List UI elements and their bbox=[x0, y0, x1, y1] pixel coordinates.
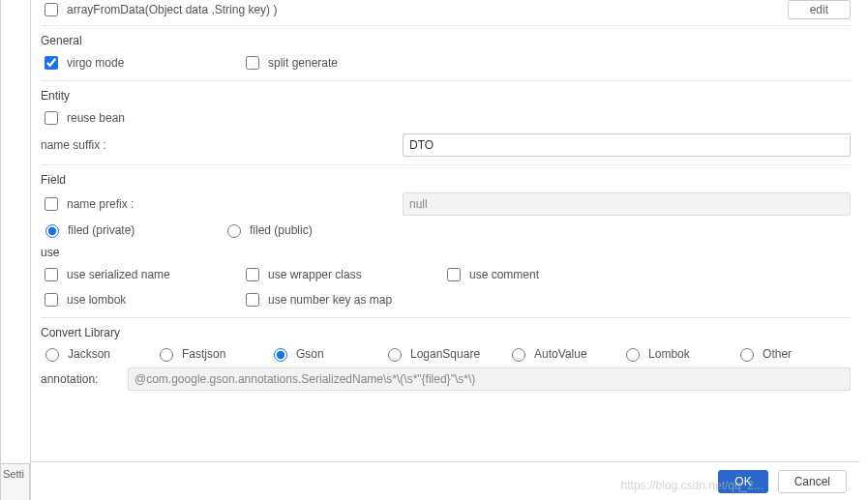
lib-lombok-input[interactable] bbox=[626, 348, 640, 362]
use-lombok-checkbox[interactable]: use lombok bbox=[41, 290, 186, 309]
lib-logansquare-input[interactable] bbox=[388, 348, 402, 362]
field-visibility-row: filed (private) filed (public) bbox=[41, 221, 851, 238]
use-serialized-input[interactable] bbox=[45, 268, 58, 281]
split-generate-checkbox[interactable]: split generate bbox=[242, 53, 387, 73]
library-row: Jackson Fastjson Gson LoganSquare bbox=[41, 345, 851, 362]
entity-section: Entity reuse bean name suffix : bbox=[41, 89, 851, 157]
lib-gson-input[interactable] bbox=[274, 348, 287, 362]
field-private-radio[interactable]: filed (private) bbox=[41, 221, 166, 238]
field-title: Field bbox=[41, 173, 851, 187]
name-prefix-checkbox[interactable]: name prefix : bbox=[41, 194, 134, 214]
lib-autovalue-radio[interactable]: AutoValue bbox=[507, 345, 594, 362]
separator-1 bbox=[41, 80, 851, 81]
name-prefix-line: name prefix : bbox=[41, 192, 851, 216]
name-suffix-input[interactable] bbox=[403, 133, 851, 157]
name-suffix-line: name suffix : bbox=[41, 133, 851, 157]
field-private-label: filed (private) bbox=[68, 223, 135, 237]
use-section: use use serialized name use wrapper clas… bbox=[41, 246, 851, 309]
lib-gson-label: Gson bbox=[296, 347, 324, 361]
method-checkbox-input[interactable] bbox=[45, 3, 58, 16]
use-serialized-checkbox[interactable]: use serialized name bbox=[41, 265, 186, 284]
virgo-mode-checkbox[interactable]: virgo mode bbox=[41, 53, 186, 73]
name-prefix-input bbox=[403, 192, 851, 216]
field-public-radio[interactable]: filed (public) bbox=[223, 221, 348, 238]
top-method-row: arrayFromData(Object data ,String key) )… bbox=[41, 0, 851, 26]
separator-2 bbox=[41, 164, 851, 165]
use-comment-input[interactable] bbox=[447, 268, 461, 281]
lib-other-radio[interactable]: Other bbox=[735, 345, 823, 362]
reuse-bean-input[interactable] bbox=[45, 111, 58, 125]
name-prefix-cb-input[interactable] bbox=[45, 197, 58, 211]
use-row-1: use serialized name use wrapper class us… bbox=[41, 265, 851, 284]
method-checkbox[interactable]: arrayFromData(Object data ,String key) ) bbox=[41, 0, 778, 19]
lib-other-input[interactable] bbox=[740, 348, 754, 362]
annotation-row: annotation: bbox=[41, 368, 851, 391]
lib-logansquare-label: LoganSquare bbox=[410, 347, 480, 361]
dialog-root: Setti arrayFromData(Object data ,String … bbox=[0, 0, 868, 500]
use-numberkey-checkbox[interactable]: use number key as map bbox=[242, 290, 392, 309]
main-panel: arrayFromData(Object data ,String key) )… bbox=[30, 0, 860, 500]
field-public-label: filed (public) bbox=[250, 223, 313, 237]
lib-jackson-radio[interactable]: Jackson bbox=[41, 345, 128, 362]
edit-button[interactable]: edit bbox=[788, 0, 851, 19]
annotation-label: annotation: bbox=[41, 372, 114, 386]
library-section: Convert Library Jackson Fastjson Gson bbox=[41, 326, 851, 391]
lib-fastjson-input[interactable] bbox=[160, 348, 173, 362]
lib-lombok-label: Lombok bbox=[648, 347, 690, 361]
ok-button[interactable]: OK bbox=[718, 470, 767, 493]
virgo-mode-input[interactable] bbox=[45, 56, 58, 70]
split-generate-label: split generate bbox=[268, 56, 338, 70]
lib-jackson-label: Jackson bbox=[68, 347, 110, 361]
use-numberkey-input[interactable] bbox=[246, 293, 259, 307]
use-comment-checkbox[interactable]: use comment bbox=[443, 265, 588, 284]
use-wrapper-input[interactable] bbox=[246, 268, 259, 281]
use-wrapper-checkbox[interactable]: use wrapper class bbox=[242, 265, 387, 284]
separator-3 bbox=[41, 317, 851, 318]
field-private-input[interactable] bbox=[45, 224, 59, 238]
dialog-footer: https://blog.csdn.net/qq_2... OK Cancel bbox=[31, 461, 860, 500]
use-lombok-input[interactable] bbox=[45, 293, 58, 307]
name-prefix-wrap: name prefix : bbox=[41, 194, 389, 214]
lib-lombok-radio[interactable]: Lombok bbox=[621, 345, 708, 362]
settings-tab-fragment: Setti bbox=[1, 463, 30, 500]
field-section: Field name prefix : filed (private) bbox=[41, 173, 851, 238]
content-area: arrayFromData(Object data ,String key) )… bbox=[41, 0, 851, 461]
use-numberkey-label: use number key as map bbox=[268, 293, 392, 307]
use-comment-label: use comment bbox=[469, 268, 539, 281]
use-title: use bbox=[41, 246, 851, 259]
use-lombok-label: use lombok bbox=[67, 293, 126, 307]
field-public-input[interactable] bbox=[227, 224, 241, 238]
lib-gson-radio[interactable]: Gson bbox=[269, 345, 356, 362]
use-serialized-label: use serialized name bbox=[67, 268, 170, 281]
split-generate-input[interactable] bbox=[246, 56, 259, 70]
lib-autovalue-label: AutoValue bbox=[534, 347, 587, 361]
general-title: General bbox=[41, 34, 851, 47]
lib-autovalue-input[interactable] bbox=[512, 348, 525, 362]
general-section: General virgo mode split generate bbox=[41, 34, 851, 73]
entity-title: Entity bbox=[41, 89, 851, 103]
library-title: Convert Library bbox=[41, 326, 851, 339]
name-prefix-label: name prefix : bbox=[67, 197, 134, 211]
annotation-input bbox=[128, 368, 851, 391]
method-checkbox-label: arrayFromData(Object data ,String key) ) bbox=[67, 3, 277, 16]
settings-tab-label: Setti bbox=[3, 468, 24, 480]
reuse-bean-checkbox[interactable]: reuse bean bbox=[41, 108, 125, 128]
general-row: virgo mode split generate bbox=[41, 53, 851, 73]
use-wrapper-label: use wrapper class bbox=[268, 268, 362, 281]
lib-fastjson-radio[interactable]: Fastjson bbox=[155, 345, 242, 362]
lib-fastjson-label: Fastjson bbox=[182, 347, 225, 361]
lib-logansquare-radio[interactable]: LoganSquare bbox=[383, 345, 480, 362]
name-suffix-label: name suffix : bbox=[41, 138, 389, 152]
entity-row: reuse bean bbox=[41, 108, 851, 128]
reuse-bean-label: reuse bean bbox=[67, 111, 125, 125]
use-row-2: use lombok use number key as map bbox=[41, 290, 851, 309]
cancel-button[interactable]: Cancel bbox=[778, 470, 847, 493]
virgo-mode-label: virgo mode bbox=[67, 56, 124, 70]
lib-other-label: Other bbox=[763, 347, 792, 361]
lib-jackson-input[interactable] bbox=[45, 348, 59, 362]
